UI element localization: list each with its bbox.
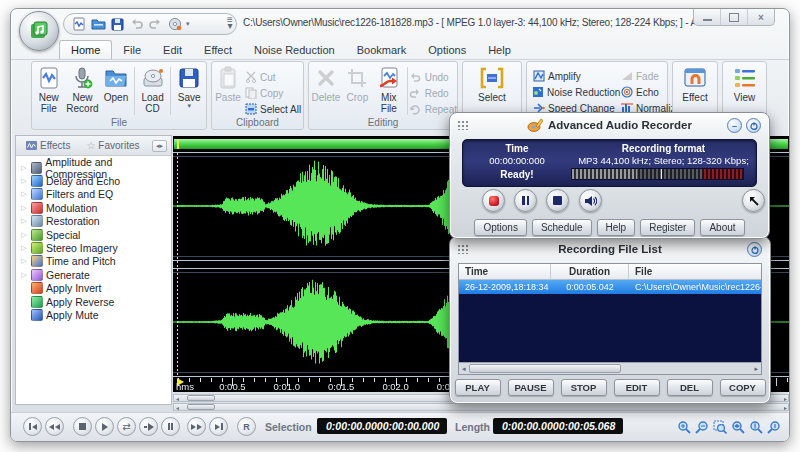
table-horizontal-scrollbar[interactable] bbox=[459, 362, 761, 374]
tree-item-amplitude-and-compression[interactable]: Amplitude and Compression bbox=[20, 161, 171, 174]
recorder-title-bar[interactable]: Advanced Audio Recorder – bbox=[450, 113, 769, 137]
play-button[interactable]: PLAY bbox=[455, 379, 501, 396]
zoom-full-icon[interactable] bbox=[730, 419, 745, 434]
expander-icon[interactable] bbox=[20, 177, 28, 185]
recorder-minimize-button[interactable]: – bbox=[727, 118, 742, 133]
sidebar-tab-pager[interactable] bbox=[152, 140, 167, 152]
tree-item-special[interactable]: Special bbox=[20, 228, 171, 241]
effect-button[interactable]: Effect bbox=[678, 65, 713, 103]
new-record-button[interactable]: New Record bbox=[66, 65, 100, 114]
sidebar-tab-effects[interactable]: Effects bbox=[20, 139, 76, 152]
record-button[interactable] bbox=[482, 189, 505, 212]
scroll-left-icon[interactable] bbox=[459, 365, 469, 373]
stop-button[interactable] bbox=[73, 417, 92, 436]
redo-button[interactable]: Redo bbox=[409, 86, 457, 100]
select-all-button[interactable]: Select All bbox=[244, 102, 301, 116]
scroll-right-icon[interactable] bbox=[784, 404, 787, 411]
new-file-button[interactable]: New File bbox=[32, 65, 66, 114]
tree-item-stereo-imagery[interactable]: Stereo Imagery bbox=[20, 241, 171, 254]
open-file-icon[interactable] bbox=[91, 17, 106, 32]
rewind-button[interactable] bbox=[45, 417, 64, 436]
open-button[interactable]: Open bbox=[99, 65, 133, 103]
new-file-icon[interactable] bbox=[72, 17, 87, 32]
schedule-button[interactable]: Schedule bbox=[532, 219, 592, 236]
scrollbar-thumb[interactable] bbox=[187, 404, 215, 410]
zoom-vertical-out-icon[interactable] bbox=[766, 419, 781, 434]
compact-mode-button[interactable] bbox=[742, 189, 765, 212]
drag-grip-icon[interactable] bbox=[457, 120, 470, 130]
length-time-field[interactable]: 0:00:00.000 0:00:05.068 bbox=[493, 418, 623, 434]
tree-item-apply-reverse[interactable]: Apply Reverse bbox=[20, 295, 171, 308]
file-list-power-button[interactable] bbox=[747, 242, 762, 257]
zoom-in-icon[interactable] bbox=[676, 419, 691, 434]
copy-button[interactable]: Copy bbox=[244, 86, 301, 100]
tab-bookmark[interactable]: Bookmark bbox=[346, 41, 418, 59]
record-button[interactable]: R bbox=[237, 417, 256, 436]
burn-cd-icon[interactable] bbox=[167, 17, 182, 32]
delete-button[interactable]: Delete bbox=[309, 65, 343, 103]
redo-icon[interactable] bbox=[148, 17, 163, 32]
save-icon[interactable] bbox=[110, 17, 125, 32]
zoom-out-icon[interactable] bbox=[694, 419, 709, 434]
tree-item-modulation[interactable]: Modulation bbox=[20, 201, 171, 214]
expander-icon[interactable] bbox=[20, 244, 28, 252]
options-button[interactable]: Options bbox=[474, 219, 526, 236]
expander-icon[interactable] bbox=[20, 190, 28, 198]
undo-button[interactable]: Undo bbox=[409, 70, 457, 84]
cut-button[interactable]: Cut bbox=[244, 70, 301, 84]
paste-button[interactable]: Paste bbox=[212, 65, 244, 103]
copy-button[interactable]: COPY bbox=[720, 379, 766, 396]
expander-icon[interactable] bbox=[20, 257, 28, 265]
file-list-title-bar[interactable]: Recording File List bbox=[450, 237, 770, 261]
tree-item-generate[interactable]: Generate bbox=[20, 268, 171, 281]
tab-effect[interactable]: Effect bbox=[193, 41, 243, 59]
scroll-right-icon[interactable] bbox=[751, 365, 761, 373]
register-button[interactable]: Register bbox=[640, 219, 695, 236]
mix-file-button[interactable]: Mix File bbox=[372, 65, 406, 114]
expander-icon[interactable] bbox=[20, 231, 28, 239]
about-button[interactable]: About bbox=[700, 219, 744, 236]
close-button[interactable]: × bbox=[747, 9, 774, 25]
amplify-button[interactable]: Amplify bbox=[532, 69, 618, 83]
selection-time-field[interactable]: 0:00:00.000 0:00:00.000 bbox=[317, 418, 447, 434]
scrollbar-thumb[interactable] bbox=[469, 364, 621, 373]
expander-icon[interactable] bbox=[20, 204, 28, 212]
pause-button[interactable] bbox=[514, 189, 537, 212]
zoom-selection-icon[interactable] bbox=[712, 419, 727, 434]
minimize-button[interactable] bbox=[694, 9, 720, 25]
tree-item-apply-invert[interactable]: Apply Invert bbox=[20, 282, 171, 295]
expander-icon[interactable] bbox=[20, 217, 28, 225]
go-to-end-button[interactable] bbox=[209, 417, 228, 436]
loop-button[interactable]: ⇄ bbox=[117, 417, 136, 436]
del-button[interactable]: DEL bbox=[667, 379, 713, 396]
noise-reduction-button[interactable]: Noise Reduction bbox=[532, 85, 618, 99]
play-to-end-button[interactable] bbox=[139, 417, 158, 436]
volume-button[interactable] bbox=[579, 189, 602, 212]
expander-icon[interactable] bbox=[20, 271, 28, 279]
sidebar-tab-favorites[interactable]: ☆ Favorites bbox=[80, 139, 145, 152]
play-button[interactable] bbox=[95, 417, 114, 436]
go-to-start-button[interactable] bbox=[23, 417, 42, 436]
drag-grip-icon[interactable] bbox=[457, 244, 470, 254]
crop-button[interactable]: Crop bbox=[343, 65, 372, 103]
column-header-time[interactable]: Time bbox=[459, 264, 551, 279]
save-button[interactable]: Save ▾ bbox=[172, 65, 206, 108]
column-header-file[interactable]: File bbox=[629, 264, 761, 279]
scroll-left-icon[interactable] bbox=[176, 404, 179, 411]
scrollbar-thumb[interactable] bbox=[187, 395, 215, 401]
zoom-vertical-in-icon[interactable] bbox=[748, 419, 763, 434]
expander-icon[interactable] bbox=[20, 164, 28, 172]
tab-home[interactable]: Home bbox=[59, 40, 112, 59]
horizontal-scrollbar[interactable] bbox=[173, 403, 789, 411]
fast-forward-button[interactable] bbox=[187, 417, 206, 436]
column-header-duration[interactable]: Duration bbox=[551, 264, 629, 279]
table-row-selected[interactable]: 26-12-2009,18:18:34 0:00:05.042 C:\Users… bbox=[459, 280, 761, 294]
customize-quick-access-icon[interactable]: ≡▾ bbox=[227, 17, 233, 29]
stop-button[interactable]: STOP bbox=[561, 379, 607, 396]
select-button[interactable]: Select bbox=[470, 65, 514, 103]
help-button[interactable]: Help bbox=[597, 219, 636, 236]
tree-item-time-and-pitch[interactable]: Time and Pitch bbox=[20, 255, 171, 268]
tree-item-apply-mute[interactable]: Apply Mute bbox=[20, 308, 171, 321]
tab-help[interactable]: Help bbox=[477, 41, 522, 59]
restore-button[interactable] bbox=[720, 9, 747, 25]
